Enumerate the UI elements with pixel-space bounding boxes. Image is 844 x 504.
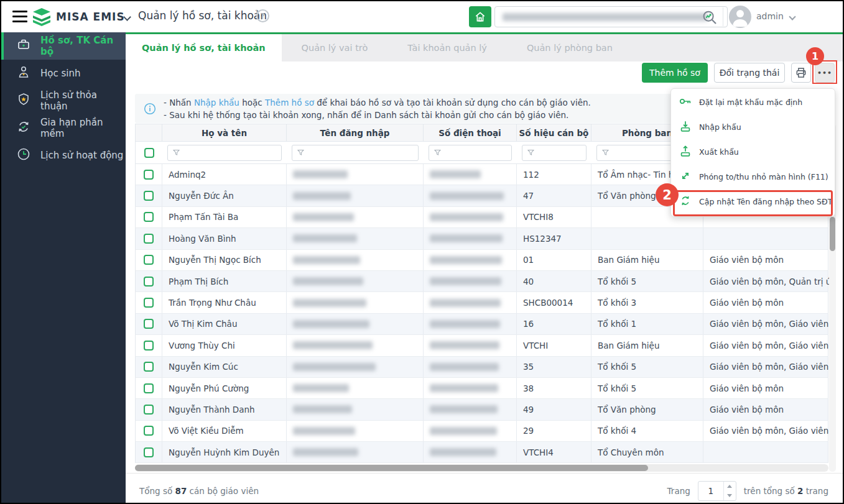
table-row[interactable]: Võ Việt Kiều Diễm29Tổ khối 4Giáo viên bộ… (135, 421, 828, 442)
user-avatar[interactable] (729, 6, 751, 28)
info-line-1: - Nhấn Nhập khẩu hoặc Thêm hồ sơ để khai… (164, 96, 591, 109)
vertical-scrollbar-thumb[interactable] (830, 217, 835, 251)
row-checkbox[interactable] (144, 298, 154, 308)
cell-name: Võ Thị Kim Châu (162, 314, 287, 334)
sidebar-item[interactable]: Hồ sơ, TK Cán bộ (1, 32, 126, 60)
add-record-link[interactable]: Thêm hồ sơ (265, 98, 314, 108)
row-checkbox[interactable] (144, 383, 154, 393)
row-checkbox[interactable] (144, 255, 154, 265)
row-checkbox[interactable] (144, 277, 154, 286)
filter-input[interactable] (522, 145, 587, 161)
cell-name: Nguyễn Đức Ân (162, 185, 287, 206)
add-record-button[interactable]: Thêm hồ sơ (642, 63, 708, 83)
table-row[interactable]: Trần Trọng Như ChâuSHCB00014Tổ khối 3Giá… (135, 292, 828, 313)
row-checkbox[interactable] (144, 170, 154, 180)
cell-staff-code: VTCHI4 (517, 442, 591, 462)
table-row[interactable]: Nguyễn Thành Danh49Tổ Văn phòngGiáo viên… (135, 399, 828, 420)
cell-roles (703, 228, 829, 249)
page-up-button[interactable] (724, 482, 736, 491)
page-number-input[interactable]: 1 (698, 481, 736, 501)
cell-username-blurred (287, 207, 424, 227)
cell-staff-code: SHCB00014 (517, 292, 591, 313)
table-row[interactable]: Hoàng Văn BìnhHS12347 (135, 228, 828, 249)
tab[interactable]: Quản lý phòng ban (507, 34, 633, 62)
row-checkbox[interactable] (144, 405, 154, 415)
cell-staff-code: 38 (517, 378, 591, 398)
home-button[interactable] (469, 6, 491, 27)
fullscreen-icon (679, 169, 692, 185)
filter-input[interactable] (167, 145, 282, 161)
row-checkbox[interactable] (144, 234, 154, 244)
key-icon (679, 94, 692, 110)
school-search-input[interactable] (494, 6, 728, 27)
cell-username-blurred (287, 164, 424, 185)
sidebar-item[interactable]: Gia hạn phần mềm (1, 114, 126, 142)
hamburger-menu-icon[interactable] (12, 11, 27, 22)
cell-username-blurred (287, 228, 424, 249)
change-status-button[interactable]: Đổi trạng thái (714, 63, 785, 83)
menu-item[interactable]: Xuất khẩu (671, 139, 835, 164)
more-actions-button[interactable]: ••• (815, 63, 835, 83)
topbar-divider (723, 7, 723, 26)
row-checkbox[interactable] (144, 447, 154, 457)
menu-item-label: Cập nhật Tên đăng nhập theo SĐT (699, 197, 832, 206)
analysis-search-icon[interactable] (700, 8, 719, 29)
cell-username-blurred (287, 292, 424, 313)
menu-item[interactable]: Đặt lại mật khẩu mặc định (671, 89, 835, 114)
select-all-checkbox[interactable] (144, 148, 154, 158)
clock-icon (16, 147, 31, 164)
row-checkbox[interactable] (144, 191, 154, 201)
cell-name: Vương Thùy Chi (162, 335, 287, 355)
menu-item[interactable]: Cập nhật Tên đăng nhập theo SĐT (671, 189, 835, 214)
table-row[interactable]: Vương Thùy ChiVTCHIBan Giám hiệuGiáo viê… (135, 335, 828, 356)
table-row[interactable]: Nguyễn Phú Cường38Tổ khối 5Giáo viên bộ … (135, 378, 828, 399)
row-checkbox[interactable] (144, 362, 154, 372)
shield-star-icon (16, 92, 31, 109)
row-checkbox[interactable] (144, 319, 154, 329)
table-row[interactable]: Nguyễn Kim Cúc35Tổ khối 5Giáo viên bộ mô… (135, 357, 828, 378)
tab[interactable]: Quản lý vai trò (282, 34, 388, 62)
table-row[interactable]: Phạm Thị Bích40Tổ khối 5Giáo viên bộ môn… (135, 271, 828, 292)
page-label: Trang (667, 486, 690, 496)
cell-staff-code: 40 (517, 271, 591, 291)
brand-name[interactable]: MISA EMIS (56, 11, 125, 23)
cell-phone-blurred (424, 335, 517, 355)
cell-staff-code: 47 (517, 185, 591, 206)
table-row[interactable]: Võ Thị Kim Châu16Tổ khối 1Giáo viên bộ m… (135, 314, 828, 335)
sidebar-item[interactable]: Lịch sử hoạt động (1, 142, 126, 169)
annotation-step-1-badge: 1 (806, 47, 824, 65)
help-icon[interactable]: ? (256, 9, 269, 22)
page-down-button[interactable] (724, 491, 736, 500)
briefcase-icon (16, 37, 31, 55)
import-link[interactable]: Nhập khẩu (194, 98, 239, 108)
user-chevron-down-icon[interactable] (789, 13, 795, 20)
cell-name: Hoàng Văn Bình (162, 228, 287, 249)
user-name[interactable]: admin (756, 11, 784, 21)
sidebar-item-label: Gia hạn phần mềm (40, 117, 126, 139)
sidebar-item[interactable]: Lịch sử thỏa thuận (1, 87, 126, 114)
info-line-2: - Sau khi hệ thống tạo tài khoản xong, n… (164, 109, 591, 121)
tab[interactable]: Quản lý hồ sơ, tài khoản (126, 34, 282, 62)
cell-phone-blurred (424, 399, 517, 419)
row-checkbox[interactable] (144, 341, 154, 351)
sidebar-item-label: Học sinh (40, 68, 80, 79)
print-button[interactable] (791, 63, 811, 83)
row-checkbox[interactable] (144, 426, 154, 436)
filter-input[interactable] (429, 145, 512, 161)
menu-item[interactable]: Nhập khẩu (671, 114, 835, 139)
cell-staff-code: 16 (517, 314, 591, 334)
horizontal-scrollbar-thumb[interactable] (135, 465, 648, 471)
import-icon (679, 119, 692, 135)
tab[interactable]: Tài khoản quản lý (387, 34, 507, 62)
table-row[interactable]: Nguyễn Thị Ngọc Bích01Ban Giám hiệuGiáo … (135, 250, 828, 271)
row-checkbox[interactable] (144, 212, 154, 222)
cell-name: Nguyễn Thị Ngọc Bích (162, 250, 287, 270)
cell-username-blurred (287, 335, 424, 355)
sidebar-item[interactable]: Học sinh (1, 60, 126, 87)
pages-total-text: trên tổng số 2 trang (744, 486, 828, 496)
cell-phone-blurred (424, 421, 517, 441)
total-count-text: Tổng số 87 cán bộ giáo viên (139, 486, 259, 496)
table-row[interactable]: Nguyễn Huỳnh Kim DuyênVTCHI4Tổ Chuyên mô… (135, 442, 828, 463)
menu-item[interactable]: Phóng to/thu nhỏ màn hình (F11) (671, 164, 835, 189)
filter-input[interactable] (292, 145, 419, 161)
